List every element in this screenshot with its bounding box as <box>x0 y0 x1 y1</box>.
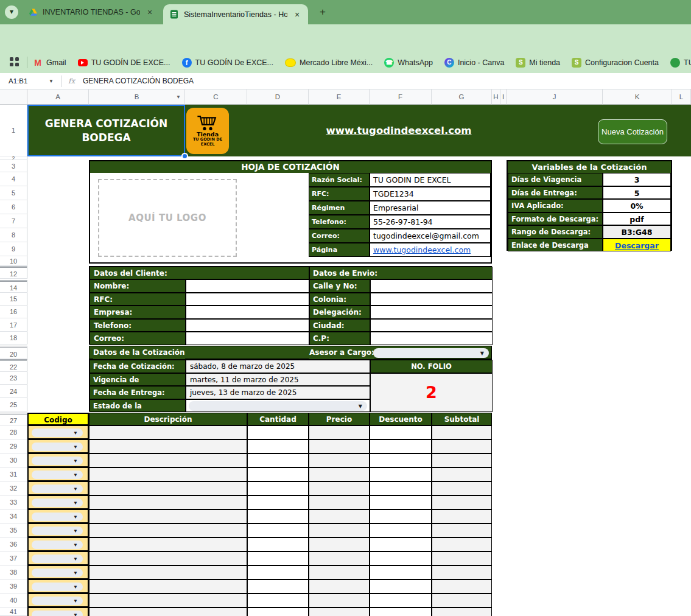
column-header-H[interactable]: H <box>492 89 500 105</box>
codigo-cell[interactable]: ▼ <box>27 607 89 616</box>
column-header-I[interactable]: I <box>500 89 507 105</box>
item-cell[interactable] <box>89 551 247 565</box>
row-header-1[interactable]: 1 <box>0 105 27 156</box>
codigo-cell[interactable]: ▼ <box>27 565 89 579</box>
codigo-cell[interactable]: ▼ <box>27 593 89 607</box>
row-header-38[interactable]: 38 <box>0 565 27 579</box>
row-header-41[interactable]: 41 <box>0 607 27 616</box>
row-header-3[interactable]: 3 <box>0 160 27 172</box>
item-cell[interactable] <box>247 537 309 551</box>
close-icon[interactable]: × <box>292 10 302 19</box>
row-header-8[interactable]: 8 <box>0 228 27 242</box>
tab-sistema-inventario[interactable]: SistemaInventarioTiendas - Hoj × <box>163 4 308 24</box>
item-cell[interactable] <box>89 495 247 509</box>
item-cell[interactable] <box>370 593 432 607</box>
bookmark-6[interactable]: CInicio - Canva <box>444 58 504 68</box>
item-cell[interactable] <box>432 439 492 453</box>
envio-field-input[interactable] <box>370 279 493 293</box>
date-value[interactable]: jueves, 13 de marzo de 2025 <box>186 386 370 399</box>
hoja-field-value[interactable]: Empresarial <box>370 201 491 215</box>
row-header-20[interactable]: 20 <box>0 346 27 359</box>
codigo-dropdown[interactable]: ▼ <box>32 597 83 605</box>
item-cell[interactable] <box>247 439 309 453</box>
item-cell[interactable] <box>309 551 370 565</box>
item-cell[interactable] <box>247 509 309 523</box>
envio-field-input[interactable] <box>370 332 493 345</box>
item-cell[interactable] <box>89 593 247 607</box>
row-header-22[interactable]: 22 <box>0 359 27 372</box>
logo-placeholder[interactable]: AQUÍ TU LOGO <box>98 179 237 257</box>
variable-value[interactable]: pdf <box>603 212 671 226</box>
row-header-27[interactable]: 27 <box>0 413 27 425</box>
descargar-link[interactable]: Descargar <box>603 239 671 252</box>
item-cell[interactable] <box>89 509 247 523</box>
codigo-cell[interactable]: ▼ <box>27 509 89 523</box>
row-header-40[interactable]: 40 <box>0 593 27 607</box>
codigo-cell[interactable]: ▼ <box>27 523 89 537</box>
codigo-cell[interactable]: ▼ <box>27 453 89 467</box>
item-cell[interactable] <box>370 509 432 523</box>
folio-value[interactable]: 2 <box>370 373 493 413</box>
item-cell[interactable] <box>309 509 370 523</box>
hoja-field-value[interactable]: www.tugodindeexcel.com <box>370 243 491 257</box>
column-header-D[interactable]: D <box>247 89 309 105</box>
row-header-36[interactable]: 36 <box>0 537 27 551</box>
column-header-L[interactable]: L <box>672 89 691 105</box>
selection-handle[interactable] <box>181 153 188 159</box>
item-cell[interactable] <box>247 453 309 467</box>
row-header-15[interactable]: 15 <box>0 293 27 306</box>
item-cell[interactable] <box>370 607 432 616</box>
item-cell[interactable] <box>89 425 247 439</box>
item-cell[interactable] <box>89 579 247 593</box>
tab-search-chevron-icon[interactable]: ▾ <box>5 5 18 19</box>
item-cell[interactable] <box>309 523 370 537</box>
codigo-dropdown[interactable]: ▼ <box>32 429 83 437</box>
codigo-cell[interactable]: ▼ <box>27 551 89 565</box>
codigo-dropdown[interactable]: ▼ <box>32 457 83 465</box>
bookmark-9[interactable]: TU GODIN DE <box>670 58 691 68</box>
hoja-field-value[interactable]: 55-26-97-81-94 <box>370 215 491 229</box>
item-cell[interactable] <box>370 481 432 495</box>
bookmark-7[interactable]: SMi tienda <box>516 58 560 68</box>
codigo-dropdown[interactable]: ▼ <box>32 583 83 591</box>
item-cell[interactable] <box>432 607 492 616</box>
item-cell[interactable] <box>309 481 370 495</box>
formula-input[interactable]: GENERA COTIZACIÓN BODEGA <box>83 73 194 89</box>
item-cell[interactable] <box>247 579 309 593</box>
row-header-31[interactable]: 31 <box>0 467 27 481</box>
item-cell[interactable] <box>309 467 370 481</box>
item-cell[interactable] <box>89 607 247 616</box>
item-cell[interactable] <box>370 537 432 551</box>
item-cell[interactable] <box>370 565 432 579</box>
item-cell[interactable] <box>89 453 247 467</box>
item-cell[interactable] <box>309 607 370 616</box>
variable-value[interactable]: 3 <box>603 173 671 186</box>
row-header-12[interactable]: 12 <box>0 266 27 279</box>
item-cell[interactable] <box>247 565 309 579</box>
item-cell[interactable] <box>432 467 492 481</box>
row-header-4[interactable]: 4 <box>0 172 27 186</box>
bookmark-5[interactable]: ☎WhatsApp <box>384 58 433 68</box>
bookmark-2[interactable]: TU GODÍN DE EXCE... <box>78 58 170 67</box>
item-cell[interactable] <box>432 453 492 467</box>
estado-dropdown[interactable]: ▼ <box>189 401 367 411</box>
row-header-24[interactable]: 24 <box>0 385 27 398</box>
item-cell[interactable] <box>309 495 370 509</box>
item-cell[interactable] <box>247 607 309 616</box>
grid-corner[interactable] <box>0 89 27 105</box>
item-cell[interactable] <box>247 481 309 495</box>
row-header-37[interactable]: 37 <box>0 551 27 565</box>
item-cell[interactable] <box>370 523 432 537</box>
codigo-cell[interactable]: ▼ <box>27 425 89 439</box>
website-link[interactable]: www.tugodindeexcel.com <box>326 125 472 136</box>
envio-field-input[interactable] <box>370 306 493 319</box>
envio-field-input[interactable] <box>370 293 493 306</box>
item-cell[interactable] <box>89 481 247 495</box>
item-cell[interactable] <box>309 565 370 579</box>
column-header-G[interactable]: G <box>432 89 492 105</box>
bookmark-3[interactable]: fTU GODÍN De EXCE... <box>182 58 274 68</box>
item-cell[interactable] <box>89 537 247 551</box>
item-cell[interactable] <box>432 593 492 607</box>
item-cell[interactable] <box>432 481 492 495</box>
row-header-33[interactable]: 33 <box>0 495 27 509</box>
